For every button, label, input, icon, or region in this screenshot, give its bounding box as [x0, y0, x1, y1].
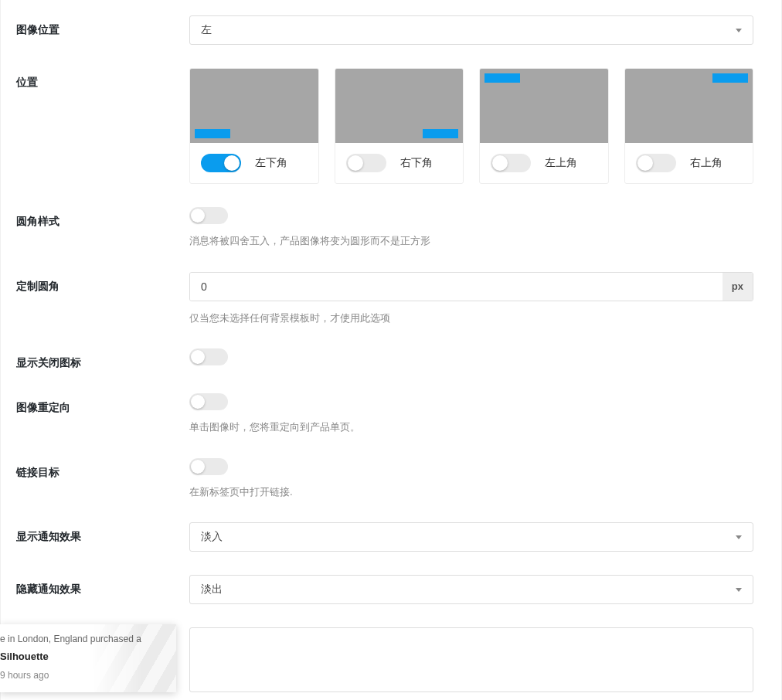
show-effect-label: 显示通知效果 — [1, 522, 189, 552]
image-position-select[interactable]: 左 — [189, 15, 753, 45]
show-close-icon-toggle[interactable] — [189, 348, 228, 365]
show-close-icon-label: 显示关闭图标 — [1, 348, 189, 370]
link-target-toggle[interactable] — [189, 458, 228, 475]
position-preview-top-left — [480, 69, 608, 143]
position-option-top-right[interactable]: 右上角 — [624, 68, 754, 184]
custom-radius-unit: px — [722, 273, 753, 301]
position-preview-bottom-right — [335, 69, 464, 143]
sample-notification-popup[interactable]: e in London, England purchased a Silhoue… — [0, 624, 176, 692]
chevron-down-icon — [736, 29, 742, 32]
position-toggle-bottom-right[interactable] — [346, 154, 386, 172]
rounded-style-help: 消息将被四舍五入，产品图像将变为圆形而不是正方形 — [189, 233, 753, 249]
custom-radius-label: 定制圆角 — [1, 272, 189, 326]
image-redirect-help: 单击图像时，您将重定向到产品单页。 — [189, 420, 753, 435]
image-redirect-toggle[interactable] — [189, 393, 228, 410]
position-option-bottom-right[interactable]: 右下角 — [335, 68, 464, 184]
image-redirect-label: 图像重定向 — [1, 393, 189, 435]
position-preview-bottom-left — [190, 69, 318, 143]
hide-effect-label: 隐藏通知效果 — [1, 575, 189, 604]
chevron-down-icon — [736, 588, 742, 592]
message-textarea[interactable] — [189, 627, 753, 692]
link-target-help: 在新标签页中打开链接. — [189, 484, 753, 500]
position-option-top-left[interactable]: 左上角 — [479, 68, 609, 184]
show-effect-select[interactable]: 淡入 — [189, 522, 753, 552]
chevron-down-icon — [736, 535, 742, 539]
rounded-style-label: 圆角样式 — [1, 207, 189, 249]
hide-effect-select[interactable]: 淡出 — [189, 575, 753, 604]
notification-product: Silhouette — [0, 651, 167, 662]
hide-effect-value: 淡出 — [201, 583, 736, 596]
position-toggle-top-right[interactable] — [636, 154, 676, 172]
notification-time: 9 hours ago — [0, 670, 167, 681]
notification-line1: e in London, England purchased a — [0, 634, 167, 644]
position-option-label: 右上角 — [690, 156, 722, 170]
position-label: 位置 — [1, 68, 189, 184]
position-toggle-top-left[interactable] — [491, 154, 531, 172]
image-position-value: 左 — [201, 23, 736, 37]
position-preview-top-right — [625, 69, 753, 143]
position-toggle-bottom-left[interactable] — [201, 154, 241, 172]
link-target-label: 链接目标 — [1, 458, 189, 500]
show-effect-value: 淡入 — [201, 530, 736, 544]
image-position-label: 图像位置 — [1, 15, 189, 45]
rounded-style-toggle[interactable] — [189, 207, 228, 224]
custom-radius-input[interactable] — [190, 273, 722, 301]
position-option-label: 左下角 — [255, 156, 287, 170]
position-option-label: 右下角 — [400, 156, 433, 170]
custom-radius-help: 仅当您未选择任何背景模板时，才使用此选项 — [189, 311, 753, 326]
position-option-bottom-left[interactable]: 左下角 — [189, 68, 319, 184]
position-option-label: 左上角 — [545, 156, 577, 170]
